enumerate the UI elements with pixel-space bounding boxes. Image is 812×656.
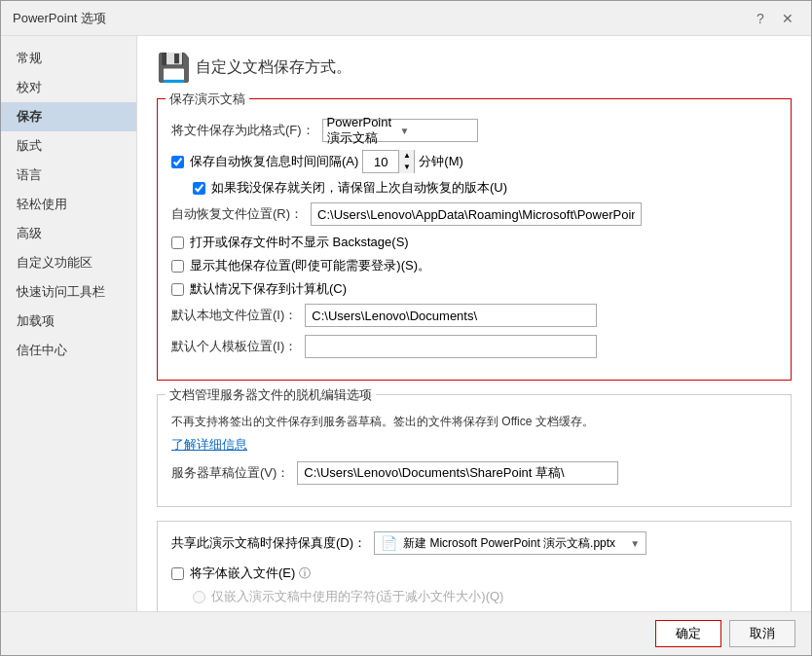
embed-option2-row: 嵌入所有字符(适于其他人编辑)(C) [193,609,777,611]
autorecover-path-input[interactable] [311,202,642,226]
defaulttemplate-label: 默认个人模板位置(I)： [171,338,297,355]
save-group-title: 保存演示文稿 [166,91,249,108]
main-content: 💾 自定义文档保存方式。 保存演示文稿 将文件保存为此格式(F)： PowerP… [137,36,811,611]
autosave-row: 保存自动恢复信息时间间隔(A) ▲ ▼ 分钟(M) [171,150,777,173]
sidebar-item-advanced[interactable]: 高级 [1,219,136,248]
format-label: 将文件保存为此格式(F)： [171,122,314,139]
defaulttemplate-input[interactable] [305,335,597,358]
file-dropdown[interactable]: 📄 新建 Microsoft PowerPoint 演示文稿.pptx ▼ [374,531,646,555]
defaultlocalfile-label: 默认本地文件位置(I)： [171,307,297,324]
save-icon: 💾 [157,52,188,83]
dropdown-arrow: ▼ [400,126,473,136]
embed-row: 将字体嵌入文件(E) ⓘ [171,565,777,582]
server-label: 服务器草稿位置(V)： [171,464,289,482]
share-group: 共享此演示文稿时保持保真度(D)： 📄 新建 Microsoft PowerPo… [157,521,792,611]
defaultlocal-checkbox[interactable] [171,283,184,296]
server-path-input[interactable] [297,461,618,485]
subsave-checkbox[interactable] [193,182,205,195]
autosave-spinbox: ▲ ▼ [362,150,415,173]
embed-options: 仅嵌入演示文稿中使用的字符(适于减小文件大小)(Q) 嵌入所有字符(适于其他人编… [193,588,777,611]
embed-option2-label: 嵌入所有字符(适于其他人编辑)(C) [211,609,402,611]
help-button[interactable]: ? [749,7,772,30]
sidebar-item-language[interactable]: 语言 [1,161,136,190]
embed-option1-label: 仅嵌入演示文稿中使用的字符(适于减小文件大小)(Q) [211,588,503,605]
embed-info-icon: ⓘ [299,565,311,582]
embed-checkbox[interactable] [171,567,184,580]
spinbox-down[interactable]: ▼ [398,162,414,173]
sidebar-item-trust[interactable]: 信任中心 [1,336,136,365]
backstage-label: 打开或保存文件时不显示 Backstage(S) [190,234,409,251]
sidebar-item-save[interactable]: 保存 [1,102,136,131]
spinbox-up[interactable]: ▲ [398,150,414,162]
showother-row: 显示其他保存位置(即使可能需要登录)(S)。 [171,257,777,274]
autosave-label: 保存自动恢复信息时间间隔(A) [190,153,358,170]
defaulttemplate-row: 默认个人模板位置(I)： [171,335,777,358]
sidebar-item-customize[interactable]: 自定义功能区 [1,248,136,277]
spinbox-buttons: ▲ ▼ [398,150,414,173]
section-title: 自定义文档保存方式。 [196,57,351,78]
embed-label: 将字体嵌入文件(E) [190,565,295,582]
file-dropdown-value: 新建 Microsoft PowerPoint 演示文稿.pptx [403,535,630,552]
sidebar-item-general[interactable]: 常规 [1,44,136,73]
autosave-unit: 分钟(M) [419,153,463,170]
sidebar: 常规 校对 保存 版式 语言 轻松使用 高级 自定义功能区 快速访问工具栏 加载… [1,36,137,611]
title-bar: PowerPoint 选项 ? ✕ [1,1,811,36]
dialog-window: PowerPoint 选项 ? ✕ 常规 校对 保存 版式 语言 轻松使用 高级… [0,0,812,656]
share-title-row: 共享此演示文稿时保持保真度(D)： 📄 新建 Microsoft PowerPo… [171,531,777,555]
showother-checkbox[interactable] [171,260,184,273]
backstage-row: 打开或保存文件时不显示 Backstage(S) [171,234,777,251]
autorecover-row: 自动恢复文件位置(R)： [171,202,777,226]
offline-group-title: 文档管理服务器文件的脱机编辑选项 [166,386,376,404]
sidebar-item-quickaccess[interactable]: 快速访问工具栏 [1,277,136,307]
file-dropdown-arrow: ▼ [630,538,640,549]
autosave-checkbox[interactable] [171,156,184,168]
format-dropdown[interactable]: PowerPoint 演示文稿 ▼ [322,119,478,142]
subsave-label: 如果我没保存就关闭，请保留上次自动恢复的版本(U) [211,179,507,197]
sidebar-item-layout[interactable]: 版式 [1,131,136,161]
format-row: 将文件保存为此格式(F)： PowerPoint 演示文稿 ▼ [171,119,777,142]
ok-button[interactable]: 确定 [655,620,721,647]
subsave-row: 如果我没保存就关闭，请保留上次自动恢复的版本(U) [193,179,777,197]
embed-option1-radio[interactable] [193,591,205,603]
autorecover-label: 自动恢复文件位置(R)： [171,205,303,223]
share-group-title: 共享此演示文稿时保持保真度(D)： [171,534,366,552]
defaultlocal-label: 默认情况下保存到计算机(C) [190,280,347,298]
defaultlocal-row: 默认情况下保存到计算机(C) [171,280,777,298]
sidebar-item-accessibility[interactable]: 轻松使用 [1,190,136,219]
format-value: PowerPoint 演示文稿 [327,115,400,147]
learn-more-link[interactable]: 了解详细信息 [171,437,247,452]
server-path-row: 服务器草稿位置(V)： [171,461,777,485]
title-bar-buttons: ? ✕ [749,7,799,30]
dialog-footer: 确定 取消 [1,611,811,655]
sidebar-item-proofing[interactable]: 校对 [1,73,136,102]
defaultlocalfile-input[interactable] [305,304,597,327]
defaultlocalfile-row: 默认本地文件位置(I)： [171,304,777,327]
dialog-body: 常规 校对 保存 版式 语言 轻松使用 高级 自定义功能区 快速访问工具栏 加载… [1,36,811,611]
backstage-checkbox[interactable] [171,237,184,249]
close-button[interactable]: ✕ [776,7,799,30]
autosave-input[interactable] [363,151,398,172]
offline-desc: 不再支持将签出的文件保存到服务器草稿。签出的文件将保存到 Office 文档缓存… [171,413,777,430]
ppt-icon: 📄 [381,535,397,551]
showother-label: 显示其他保存位置(即使可能需要登录)(S)。 [190,257,430,274]
cancel-button[interactable]: 取消 [729,620,795,647]
sidebar-item-addins[interactable]: 加载项 [1,307,136,336]
section-header: 💾 自定义文档保存方式。 [157,52,792,83]
embed-option1-row: 仅嵌入演示文稿中使用的字符(适于减小文件大小)(Q) [193,588,777,605]
save-group: 保存演示文稿 将文件保存为此格式(F)： PowerPoint 演示文稿 ▼ 保… [157,98,792,381]
offline-group: 文档管理服务器文件的脱机编辑选项 不再支持将签出的文件保存到服务器草稿。签出的文… [157,394,792,507]
dialog-title: PowerPoint 选项 [13,10,106,27]
